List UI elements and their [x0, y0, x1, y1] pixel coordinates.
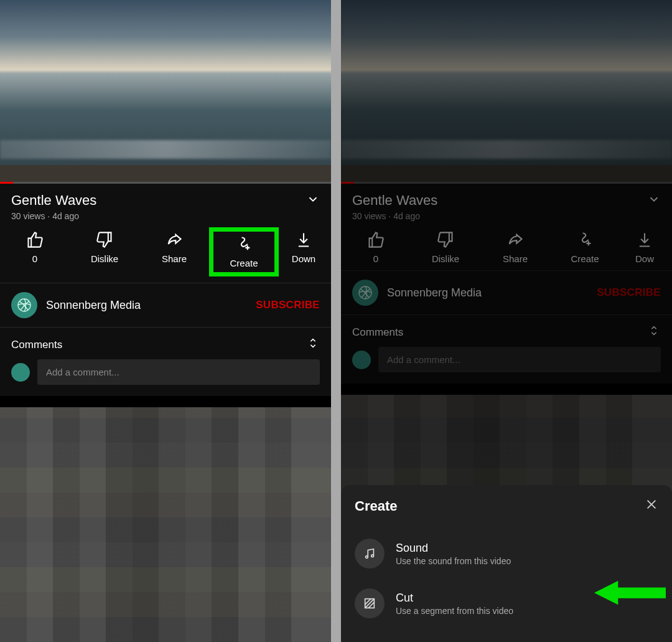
subscribe-button[interactable]: SUBSCRIBE	[256, 299, 320, 311]
right-screenshot: Gentle Waves 30 views · 4d ago 0 Dislike…	[341, 0, 672, 642]
channel-name[interactable]: Sonnenberg Media	[387, 286, 588, 300]
download-icon	[295, 231, 312, 248]
create-button[interactable]: Create	[209, 227, 279, 276]
progress-bar[interactable]	[0, 182, 331, 184]
expand-collapse-icon[interactable]	[647, 324, 661, 341]
subscribe-button[interactable]: SUBSCRIBE	[597, 286, 661, 299]
video-stats: 30 views · 4d ago	[341, 211, 672, 227]
svg-point-5	[371, 555, 374, 557]
channel-avatar[interactable]	[11, 292, 37, 318]
chevron-down-icon[interactable]	[306, 192, 320, 209]
comment-input[interactable]: Add a comment...	[378, 347, 661, 372]
share-button[interactable]: Share	[139, 231, 209, 276]
sheet-item-title: Sound	[396, 542, 511, 555]
download-label: Down	[292, 253, 315, 264]
sheet-item-title: Cut	[396, 592, 513, 605]
download-label: Dow	[635, 253, 654, 264]
close-icon[interactable]	[645, 498, 658, 515]
create-label: Create	[571, 253, 599, 264]
video-player[interactable]	[0, 0, 331, 184]
action-bar: 0 Dislike Share Create Dow	[341, 227, 672, 270]
video-stats: 30 views · 4d ago	[0, 211, 331, 227]
download-button[interactable]: Dow	[620, 231, 670, 264]
channel-row[interactable]: Sonnenberg Media SUBSCRIBE	[341, 270, 672, 315]
like-button[interactable]: 0	[0, 231, 70, 276]
thumbs-up-icon	[26, 231, 44, 248]
progress-fill	[341, 182, 354, 184]
user-avatar[interactable]	[352, 351, 371, 369]
chevron-down-icon[interactable]	[647, 192, 661, 209]
create-bottom-sheet: Create Sound Use the sound from this vid…	[341, 485, 672, 642]
avatar-leaf-icon	[17, 298, 32, 313]
feed-separator	[341, 384, 672, 395]
cut-segment-icon	[355, 588, 385, 618]
svg-marker-10	[594, 581, 666, 605]
create-label: Create	[230, 258, 258, 268]
feed-separator	[0, 396, 331, 407]
action-bar: 0 Dislike Share Create Down	[0, 227, 331, 283]
comments-heading[interactable]: Comments	[352, 326, 403, 339]
create-shorts-icon	[235, 235, 253, 253]
dislike-button[interactable]: Dislike	[70, 231, 139, 276]
user-avatar[interactable]	[11, 363, 30, 382]
thumbs-down-icon	[437, 231, 454, 248]
sheet-item-sound[interactable]: Sound Use the sound from this video	[355, 529, 658, 578]
create-button[interactable]: Create	[550, 231, 620, 264]
sheet-item-subtitle: Use a segment from this video	[396, 606, 513, 616]
annotation-arrow-icon	[594, 577, 666, 611]
music-note-icon	[355, 539, 385, 569]
share-label: Share	[503, 253, 528, 264]
create-shorts-icon	[576, 231, 594, 248]
video-title[interactable]: Gentle Waves	[11, 192, 96, 209]
share-arrow-icon	[506, 231, 524, 248]
like-count: 0	[373, 253, 378, 264]
video-title[interactable]: Gentle Waves	[352, 192, 437, 209]
thumbs-down-icon	[96, 231, 113, 248]
share-arrow-icon	[166, 231, 183, 248]
sheet-title: Create	[355, 498, 397, 514]
like-count: 0	[32, 253, 37, 264]
dislike-label: Dislike	[432, 253, 459, 264]
comments-heading[interactable]: Comments	[11, 339, 62, 351]
dislike-label: Dislike	[91, 253, 118, 264]
next-video-thumbnail-blurred[interactable]	[0, 407, 331, 642]
download-icon	[636, 231, 653, 248]
svg-point-4	[366, 556, 368, 559]
channel-name[interactable]: Sonnenberg Media	[46, 299, 247, 312]
expand-collapse-icon[interactable]	[306, 336, 320, 353]
dislike-button[interactable]: Dislike	[411, 231, 480, 264]
download-button[interactable]: Down	[279, 231, 329, 276]
thumbs-up-icon	[367, 231, 385, 248]
sheet-item-subtitle: Use the sound from this video	[396, 556, 511, 566]
share-label: Share	[162, 253, 187, 264]
like-button[interactable]: 0	[341, 231, 411, 264]
left-screenshot: Gentle Waves 30 views · 4d ago 0 Dislike…	[0, 0, 331, 642]
avatar-leaf-icon	[358, 285, 373, 300]
progress-bar[interactable]	[341, 182, 672, 184]
progress-fill	[0, 182, 13, 184]
comment-input[interactable]: Add a comment...	[37, 359, 320, 385]
channel-avatar[interactable]	[352, 280, 378, 306]
video-player[interactable]	[341, 0, 672, 184]
share-button[interactable]: Share	[480, 231, 550, 264]
channel-row[interactable]: Sonnenberg Media SUBSCRIBE	[0, 283, 331, 328]
